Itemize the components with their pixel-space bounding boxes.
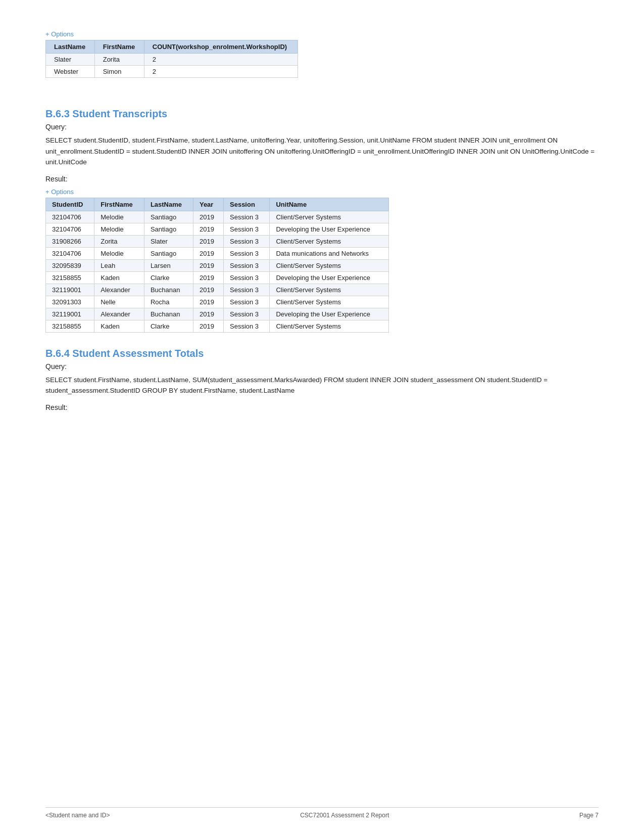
transcript-col-header: FirstName: [94, 198, 144, 211]
table-row: WebsterSimon2: [46, 66, 298, 78]
transcript-header-row: StudentIDFirstNameLastNameYearSessionUni…: [46, 198, 389, 211]
table-cell: Session 3: [224, 284, 270, 296]
workshop-col-header: COUNT(workshop_enrolment.WorkshopID): [144, 40, 298, 54]
transcript-col-header: StudentID: [46, 198, 94, 211]
table-cell: Clarke: [144, 320, 193, 332]
table-cell: Client/Server Systems: [270, 284, 389, 296]
table-cell: Nelle: [94, 296, 144, 308]
table-cell: 2019: [193, 247, 223, 259]
transcript-tbody: 32104706MelodieSantiago2019Session 3Clie…: [46, 211, 389, 332]
table-cell: Santiago: [144, 223, 193, 235]
footer-right: Page 7: [579, 812, 599, 819]
table-row: 32091303NelleRocha2019Session 3Client/Se…: [46, 296, 389, 308]
table-cell: Santiago: [144, 211, 193, 223]
workshop-col-header: LastName: [46, 40, 95, 54]
table-cell: Session 3: [224, 223, 270, 235]
table-cell: 2019: [193, 296, 223, 308]
section-b64: B.6.4 Student Assessment Totals Query: S…: [45, 348, 599, 411]
workshop-table: LastNameFirstNameCOUNT(workshop_enrolmen…: [45, 40, 298, 78]
table-cell: Client/Server Systems: [270, 320, 389, 332]
table-cell: Larsen: [144, 259, 193, 271]
b64-query-text: SELECT student.FirstName, student.LastNa…: [45, 375, 599, 396]
table-cell: 32119001: [46, 308, 94, 320]
table-cell: Leah: [94, 259, 144, 271]
table-cell: Zorita: [94, 235, 144, 247]
page: + Options LastNameFirstNameCOUNT(worksho…: [0, 0, 644, 834]
table-row: 32119001AlexanderBuchanan2019Session 3Cl…: [46, 284, 389, 296]
table-cell: 32104706: [46, 247, 94, 259]
table-cell: Santiago: [144, 247, 193, 259]
table-cell: Zorita: [94, 54, 144, 66]
footer-center: CSC72001 Assessment 2 Report: [300, 812, 389, 819]
b63-query-text: SELECT student.StudentID, student.FirstN…: [45, 135, 599, 168]
workshop-tbody: SlaterZorita2WebsterSimon2: [46, 54, 298, 78]
b63-query-label: Query:: [45, 123, 599, 131]
table-cell: 2019: [193, 271, 223, 284]
table-cell: Session 3: [224, 320, 270, 332]
footer-left: <Student name and ID>: [45, 812, 110, 819]
table-cell: 32158855: [46, 320, 94, 332]
table-cell: Session 3: [224, 296, 270, 308]
table-row: 32104706MelodieSantiago2019Session 3Data…: [46, 247, 389, 259]
table-row: SlaterZorita2: [46, 54, 298, 66]
table-cell: Developing the User Experience: [270, 223, 389, 235]
table-cell: Melodie: [94, 211, 144, 223]
table-cell: Kaden: [94, 320, 144, 332]
section-b63-heading: B.6.3 Student Transcripts: [45, 108, 599, 120]
table-row: 32158855KadenClarke2019Session 3Developi…: [46, 271, 389, 284]
table-cell: Session 3: [224, 259, 270, 271]
table-cell: 2019: [193, 235, 223, 247]
b63-result-label: Result:: [45, 175, 599, 183]
table-cell: 31908266: [46, 235, 94, 247]
table-cell: Simon: [94, 66, 144, 78]
table-row: 31908266ZoritaSlater2019Session 3Client/…: [46, 235, 389, 247]
table-cell: Session 3: [224, 235, 270, 247]
table-cell: Data munications and Networks: [270, 247, 389, 259]
table-cell: Clarke: [144, 271, 193, 284]
table-cell: Webster: [46, 66, 95, 78]
workshop-col-header: FirstName: [94, 40, 144, 54]
table-row: 32158855KadenClarke2019Session 3Client/S…: [46, 320, 389, 332]
table-cell: 2019: [193, 308, 223, 320]
top-options-link[interactable]: + Options: [45, 30, 599, 38]
table-row: 32104706MelodieSantiago2019Session 3Deve…: [46, 223, 389, 235]
table-cell: 2: [144, 66, 298, 78]
table-cell: Melodie: [94, 223, 144, 235]
table-row: 32104706MelodieSantiago2019Session 3Clie…: [46, 211, 389, 223]
table-cell: Client/Server Systems: [270, 259, 389, 271]
table-cell: 32104706: [46, 211, 94, 223]
b64-query-label: Query:: [45, 362, 599, 370]
table-cell: Client/Server Systems: [270, 235, 389, 247]
table-cell: Session 3: [224, 308, 270, 320]
table-row: 32095839LeahLarsen2019Session 3Client/Se…: [46, 259, 389, 271]
table-cell: 32091303: [46, 296, 94, 308]
table-cell: 32104706: [46, 223, 94, 235]
section-b63: B.6.3 Student Transcripts Query: SELECT …: [45, 108, 599, 333]
table-cell: 2: [144, 54, 298, 66]
transcript-col-header: Year: [193, 198, 223, 211]
table-cell: Slater: [144, 235, 193, 247]
transcript-col-header: Session: [224, 198, 270, 211]
table-cell: Developing the User Experience: [270, 308, 389, 320]
table-cell: Buchanan: [144, 284, 193, 296]
table-cell: Buchanan: [144, 308, 193, 320]
table-cell: Kaden: [94, 271, 144, 284]
b63-options-link[interactable]: + Options: [45, 188, 599, 196]
table-cell: 2019: [193, 259, 223, 271]
transcript-col-header: LastName: [144, 198, 193, 211]
table-cell: 32158855: [46, 271, 94, 284]
table-cell: Melodie: [94, 247, 144, 259]
transcript-col-header: UnitName: [270, 198, 389, 211]
top-table-section: + Options LastNameFirstNameCOUNT(worksho…: [45, 30, 599, 78]
transcript-table: StudentIDFirstNameLastNameYearSessionUni…: [45, 198, 389, 333]
table-cell: 2019: [193, 320, 223, 332]
table-cell: Alexander: [94, 308, 144, 320]
table-cell: Slater: [46, 54, 95, 66]
table-cell: 2019: [193, 223, 223, 235]
table-cell: Client/Server Systems: [270, 296, 389, 308]
table-cell: Client/Server Systems: [270, 211, 389, 223]
section-b64-heading: B.6.4 Student Assessment Totals: [45, 348, 599, 359]
table-cell: 2019: [193, 211, 223, 223]
page-footer: <Student name and ID> CSC72001 Assessmen…: [45, 807, 599, 819]
table-cell: 2019: [193, 284, 223, 296]
